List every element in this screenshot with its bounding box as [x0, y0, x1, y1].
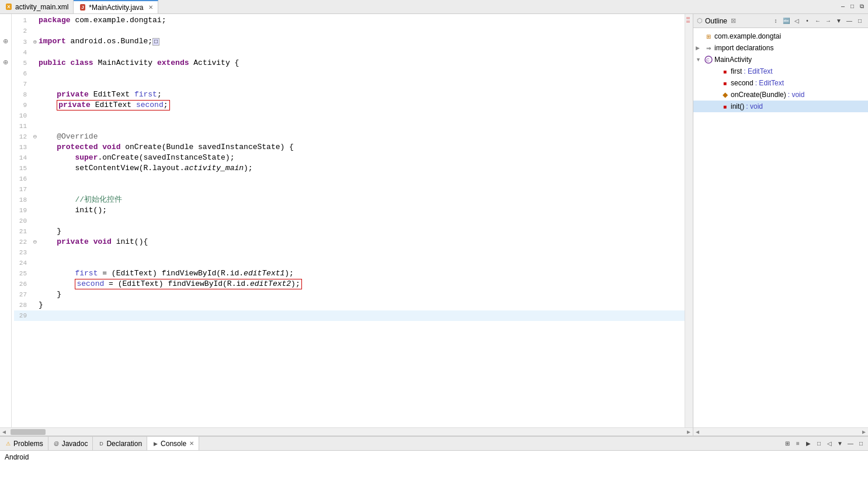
outline-filter-btn[interactable]: 🔤: [782, 16, 791, 26]
outline-hscrollbar[interactable]: ◀ ▶: [693, 427, 868, 436]
outline-sort-btn[interactable]: ↕: [771, 16, 780, 26]
outline-second-label: second: [731, 79, 754, 87]
bottom-toolbar-btn-4[interactable]: □: [814, 439, 824, 448]
code-line-1: 1 package com.example.dongtai;: [14, 15, 685, 26]
outline-hscroll-right[interactable]: ▶: [860, 429, 868, 436]
bottom-tab-declaration[interactable]: D Declaration: [93, 437, 147, 450]
outline-arrow2-btn[interactable]: →: [824, 16, 833, 26]
code-line-5: 5 public class MainActivity extends Acti…: [14, 58, 685, 68]
editor-content: ⊕ ⊕ 1 package com.example.dongtai; 2: [0, 14, 693, 427]
outline-min-btn[interactable]: —: [845, 16, 854, 26]
bottom-toolbar-btn-1[interactable]: ⊞: [783, 439, 792, 448]
bottom-toolbar-max[interactable]: □: [856, 439, 866, 448]
javadoc-icon: @: [53, 440, 60, 447]
gutter-icon-1[interactable]: ⊕: [0, 36, 11, 47]
bottom-panel: ⚠ Problems @ Javadoc D Declaration ▶ Con…: [0, 436, 868, 494]
gutter-icon-2[interactable]: ⊕: [0, 57, 11, 68]
outline-header: ⬡ Outline ⊠ ↕ 🔤 ◁ • ← → ▼ — □: [693, 14, 868, 28]
outline-item-imports[interactable]: ▶ ⇒ import declarations: [693, 42, 868, 54]
outline-first-label: first: [731, 67, 742, 75]
outline-oncreate-label: onCreate(Bundle): [731, 91, 786, 99]
outline-second-type: : EditText: [755, 79, 784, 87]
hscroll-left[interactable]: ◀: [0, 429, 8, 436]
tab-java[interactable]: J *MainActivity.java ✕: [74, 0, 158, 13]
package-icon: ⊞: [704, 32, 713, 40]
code-line-29: 29: [14, 310, 685, 321]
line-num-1: 1: [14, 15, 32, 26]
console-icon: ▶: [152, 440, 159, 447]
code-line-28: 28 }: [14, 300, 685, 310]
outline-toolbar: ↕ 🔤 ◁ • ← → ▼ — □: [771, 16, 864, 26]
init-icon: ■: [721, 102, 729, 110]
code-line-13: 13 protected void onCreate(Bundle savedI…: [14, 142, 685, 153]
vscroll-marker-1: [686, 17, 690, 19]
code-scroll[interactable]: 1 package com.example.dongtai; 2 3 ⊕: [12, 14, 685, 427]
outline-view-id: ⊠: [731, 17, 736, 25]
outline-hscroll-left[interactable]: ◀: [693, 429, 702, 436]
outline-item-init[interactable]: ■ init() : void: [693, 101, 868, 112]
outline-menu-btn[interactable]: ▼: [834, 16, 843, 26]
outline-first-type: : EditText: [744, 67, 772, 75]
maximize-btn[interactable]: □: [848, 3, 856, 11]
code-line-14: 14 super.onCreate(savedInstanceState);: [14, 153, 685, 163]
bottom-toolbar-btn-6[interactable]: ▼: [835, 439, 845, 448]
code-line-4: 4: [14, 47, 685, 58]
bottom-content: Android: [0, 451, 868, 494]
bottom-tab-problems[interactable]: ⚠ Problems: [0, 437, 48, 450]
tab-java-label: *MainActivity.java: [89, 4, 143, 12]
code-line-3: 3 ⊕ import android.os.Bundle;□: [14, 36, 685, 47]
outline-arrow1-btn[interactable]: ←: [813, 16, 822, 26]
code-line-18: 18 //初始化控件: [14, 195, 685, 205]
outline-item-package[interactable]: ⊞ com.example.dongtai: [693, 30, 868, 42]
editor-hscrollbar[interactable]: ◀ ▶: [0, 427, 693, 436]
outline-oncreate-type: : void: [788, 91, 805, 99]
restore-btn[interactable]: ⧉: [857, 3, 866, 11]
outline-item-oncreate[interactable]: ◆ onCreate(Bundle) : void: [693, 89, 868, 101]
code-line-12: 12 ⊖ @Override: [14, 132, 685, 142]
bottom-tab-javadoc[interactable]: @ Javadoc: [48, 437, 93, 450]
first-field-icon: ■: [721, 67, 729, 75]
oncreate-icon: ◆: [721, 91, 729, 99]
code-lines: 1 package com.example.dongtai; 2 3 ⊕: [14, 15, 685, 321]
hscroll-thumb[interactable]: [11, 429, 46, 435]
tab-xml[interactable]: X activity_main.xml: [0, 0, 74, 13]
line-content-1: package com.example.dongtai;: [39, 15, 685, 26]
console-close-icon[interactable]: ✕: [189, 440, 194, 447]
bottom-tab-problems-label: Problems: [13, 440, 43, 448]
bottom-toolbar-btn-2[interactable]: ≡: [793, 439, 803, 448]
code-line-6: 6: [14, 68, 685, 79]
java-icon: J: [78, 4, 86, 12]
hscroll-right[interactable]: ▶: [685, 429, 693, 436]
bottom-tab-declaration-label: Declaration: [106, 440, 142, 448]
bottom-toolbar-btn-3[interactable]: ▶: [804, 439, 813, 448]
code-line-24: 24: [14, 258, 685, 268]
vscroll-marker-2: [686, 20, 690, 23]
code-line-26: 26 second = (EditText) findViewById(R.id…: [14, 279, 685, 289]
tab-bar: X activity_main.xml J *MainActivity.java…: [0, 0, 868, 14]
editor-vscrollbar[interactable]: [685, 14, 693, 427]
outline-item-mainactivity[interactable]: ▼ C MainActivity: [693, 54, 868, 65]
bottom-toolbar-min[interactable]: —: [846, 439, 855, 448]
bottom-tab-console[interactable]: ▶ Console ✕: [147, 437, 199, 450]
bottom-toolbar-btn-5[interactable]: ◁: [825, 439, 834, 448]
outline-title: Outline: [705, 17, 727, 25]
main-area: ⊕ ⊕ 1 package com.example.dongtai; 2: [0, 14, 868, 436]
bottom-tab-bar: ⚠ Problems @ Javadoc D Declaration ▶ Con…: [0, 437, 868, 451]
outline-init-type: : void: [746, 102, 763, 110]
outline-icon: ⬡: [697, 17, 703, 25]
outline-hide-btn[interactable]: ◁: [792, 16, 801, 26]
outline-max-btn[interactable]: □: [855, 16, 864, 26]
outline-item-second[interactable]: ■ second : EditText: [693, 77, 868, 89]
mainactivity-icon: C: [704, 56, 713, 64]
outline-pkg-label: com.example.dongtai: [714, 32, 781, 40]
bottom-toolbar: ⊞ ≡ ▶ □ ◁ ▼ — □: [783, 439, 868, 448]
imports-icon: ⇒: [704, 44, 713, 52]
minimize-btn[interactable]: —: [839, 3, 847, 11]
outline-dot-btn[interactable]: •: [803, 16, 812, 26]
code-line-22: 22 ⊖ private void init(){: [14, 237, 685, 247]
outline-item-first[interactable]: ■ first : EditText: [693, 65, 868, 77]
code-line-19: 19 init();: [14, 205, 685, 216]
bottom-tab-javadoc-label: Javadoc: [62, 440, 88, 448]
svg-text:C: C: [706, 57, 710, 63]
tab-java-close[interactable]: ✕: [148, 4, 153, 11]
